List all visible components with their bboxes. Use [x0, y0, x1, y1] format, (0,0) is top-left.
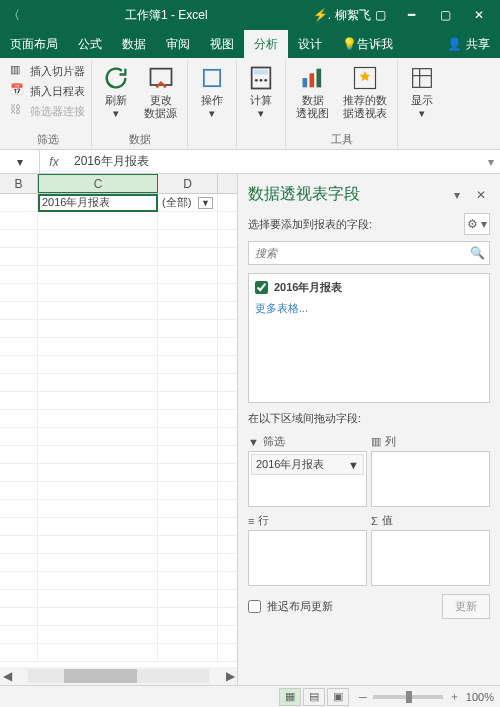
tab-review[interactable]: 审阅 [156, 30, 200, 58]
filter-dropzone[interactable]: 2016年月报表▼ [248, 451, 367, 507]
close-button[interactable]: ✕ [462, 0, 496, 30]
back-icon[interactable]: 〈 [8, 7, 20, 24]
filter-connections-button[interactable]: ⛓筛选器连接 [8, 102, 87, 120]
pivotchart-icon [299, 64, 327, 92]
field-checkbox[interactable] [255, 281, 268, 294]
ribbon-group-filter: ▥插入切片器 📅插入日程表 ⛓筛选器连接 筛选 [4, 60, 92, 149]
svg-rect-8 [309, 73, 314, 87]
svg-point-5 [260, 79, 263, 82]
field-search[interactable]: 🔍 [248, 241, 490, 265]
name-box[interactable]: ▾ [0, 150, 40, 173]
filter-field-item[interactable]: 2016年月报表▼ [251, 454, 364, 475]
cell-d2[interactable]: (全部)▼ [158, 194, 218, 211]
svg-rect-7 [302, 78, 307, 87]
rows-icon: ≡ [248, 515, 254, 527]
tab-data[interactable]: 数据 [112, 30, 156, 58]
pane-settings-button[interactable]: ⚙ ▾ [464, 213, 490, 235]
pivot-areas: ▼筛选 2016年月报表▼ ▥列 ≡行 Σ值 [248, 432, 490, 586]
search-input[interactable] [249, 242, 465, 264]
formula-input[interactable]: 2016年月报表 [68, 153, 482, 170]
scrollbar-thumb[interactable] [64, 669, 136, 683]
fx-icon[interactable]: fx [40, 155, 68, 169]
scroll-left-icon[interactable]: ◀ [0, 669, 14, 683]
col-header-c[interactable]: C [38, 174, 158, 193]
normal-view-button[interactable]: ▦ [279, 688, 301, 706]
filter-dropdown-icon[interactable]: ▼ [198, 197, 213, 209]
zoom-in-button[interactable]: ＋ [449, 689, 460, 704]
window-title: 工作簿1 - Excel [20, 7, 313, 24]
recommended-icon [351, 64, 379, 92]
refresh-button[interactable]: 刷新▾ [96, 62, 136, 122]
calculations-button[interactable]: 计算▾ [241, 62, 281, 122]
zoom-out-button[interactable]: ─ [359, 691, 367, 703]
group-label: 工具 [331, 130, 353, 149]
ribbon-group-show: 显示▾ [398, 60, 446, 149]
more-tables-link[interactable]: 更多表格... [255, 301, 483, 316]
cell-grid[interactable]: 2016年月报表 (全部)▼ /*rows generated below vi… [0, 194, 237, 667]
search-icon[interactable]: 🔍 [465, 242, 489, 264]
share-icon: 👤 [447, 37, 462, 51]
field-item[interactable]: 2016年月报表 [255, 280, 483, 295]
zoom-slider[interactable] [373, 695, 443, 699]
svg-point-4 [255, 79, 258, 82]
svg-rect-3 [254, 70, 268, 75]
cell-c2[interactable]: 2016年月报表 [38, 194, 158, 211]
tab-view[interactable]: 视图 [200, 30, 244, 58]
show-button[interactable]: 显示▾ [402, 62, 442, 122]
svg-point-6 [264, 79, 267, 82]
filter-area: ▼筛选 2016年月报表▼ [248, 432, 367, 507]
user-area[interactable]: ⚡. 柳絮飞 ▢ [313, 7, 386, 24]
scroll-right-icon[interactable]: ▶ [223, 669, 237, 683]
insert-timeline-button[interactable]: 📅插入日程表 [8, 82, 87, 100]
cell[interactable] [0, 194, 38, 211]
actions-icon [198, 64, 226, 92]
change-datasource-button[interactable]: 更改 数据源 [138, 62, 183, 122]
slider-handle[interactable] [406, 691, 412, 703]
page-break-view-button[interactable]: ▣ [327, 688, 349, 706]
chevron-down-icon[interactable]: ▼ [348, 459, 359, 471]
ribbon: ▥插入切片器 📅插入日程表 ⛓筛选器连接 筛选 刷新▾ 更改 数据源 数据 操作… [0, 58, 500, 150]
tab-formulas[interactable]: 公式 [68, 30, 112, 58]
expand-formula-icon[interactable]: ▾ [482, 155, 500, 169]
filter-link-icon: ⛓ [10, 103, 26, 119]
col-header-b[interactable]: B [0, 174, 38, 193]
rows-area: ≡行 [248, 511, 367, 586]
tab-design[interactable]: 设计 [288, 30, 332, 58]
zoom-level[interactable]: 100% [466, 691, 494, 703]
tab-tell-me[interactable]: 💡 告诉我 [332, 30, 403, 58]
tab-analyze[interactable]: 分析 [244, 30, 288, 58]
field-label: 2016年月报表 [274, 280, 342, 295]
group-label: 数据 [129, 130, 151, 149]
maximize-button[interactable]: ▢ [428, 0, 462, 30]
defer-label: 推迟布局更新 [267, 599, 333, 614]
share-button[interactable]: 👤 共享 [437, 30, 500, 58]
svg-rect-9 [316, 69, 321, 88]
pane-options-icon[interactable]: ▾ [448, 188, 466, 202]
user-prefix: ⚡. [313, 8, 331, 22]
tab-page-layout[interactable]: 页面布局 [0, 30, 68, 58]
horizontal-scrollbar[interactable]: ◀ ▶ [0, 667, 237, 685]
minimize-button[interactable]: ━ [394, 0, 428, 30]
defer-checkbox[interactable] [248, 600, 261, 613]
insert-slicer-button[interactable]: ▥插入切片器 [8, 62, 87, 80]
ribbon-group-data: 刷新▾ 更改 数据源 数据 [92, 60, 188, 149]
actions-button[interactable]: 操作▾ [192, 62, 232, 122]
field-list: 2016年月报表 更多表格... [248, 273, 490, 403]
qat: 〈 [8, 7, 20, 24]
slicer-icon: ▥ [10, 63, 26, 79]
ribbon-tabs: 页面布局 公式 数据 审阅 视图 分析 设计 💡 告诉我 👤 共享 [0, 30, 500, 58]
columns-area: ▥列 [371, 432, 490, 507]
pivotchart-button[interactable]: 数据 透视图 [290, 62, 335, 122]
ribbon-group-tools: 数据 透视图 推荐的数 据透视表 工具 [286, 60, 398, 149]
update-button[interactable]: 更新 [442, 594, 490, 619]
recommended-pivot-button[interactable]: 推荐的数 据透视表 [337, 62, 393, 122]
columns-dropzone[interactable] [371, 451, 490, 507]
rows-dropzone[interactable] [248, 530, 367, 586]
col-header-d[interactable]: D [158, 174, 218, 193]
svg-rect-11 [413, 69, 432, 88]
values-dropzone[interactable] [371, 530, 490, 586]
page-layout-view-button[interactable]: ▤ [303, 688, 325, 706]
pane-close-icon[interactable]: ✕ [472, 188, 490, 202]
column-headers: B C D [0, 174, 237, 194]
user-name: 柳絮飞 [335, 7, 371, 24]
